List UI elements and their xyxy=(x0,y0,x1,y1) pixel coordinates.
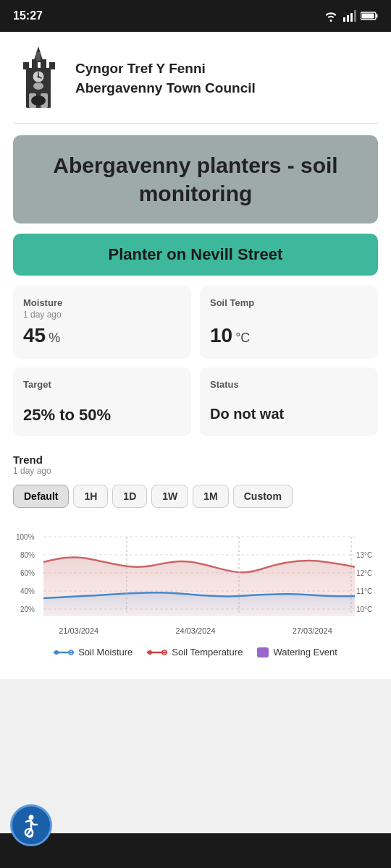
main-content: Cyngor Tref Y Fenni Abergavenny Town Cou… xyxy=(0,32,391,679)
target-sublabel xyxy=(23,391,181,401)
btn-1d[interactable]: 1D xyxy=(112,485,147,508)
legend-watering: Watering Event xyxy=(257,647,337,658)
tower-icon xyxy=(13,46,64,111)
btn-default[interactable]: Default xyxy=(13,485,69,508)
chart-container: 100% 80% 60% 40% 20% 13°C 12°C 11°C 10°C xyxy=(13,518,378,639)
chart-date-3: 27/03/2024 xyxy=(293,626,332,635)
legend-watering-icon xyxy=(257,647,269,658)
svg-text:40%: 40% xyxy=(20,587,35,595)
battery-icon xyxy=(361,11,378,21)
stats-grid: Moisture 1 day ago 45 % Soil Temp 10 °C … xyxy=(13,286,378,436)
accessibility-button[interactable] xyxy=(10,804,52,846)
moisture-card: Moisture 1 day ago 45 % xyxy=(13,286,191,359)
svg-rect-1 xyxy=(347,15,349,22)
status-card: Status Do not wat xyxy=(200,367,378,436)
legend-moisture: Soil Moisture xyxy=(54,647,133,658)
chart-date-1: 21/03/2024 xyxy=(59,626,98,635)
legend-temperature: Soil Temperature xyxy=(147,647,243,658)
soiltemp-sublabel xyxy=(210,310,368,320)
location-banner: Planter on Nevill Street xyxy=(13,234,378,276)
status-value: Do not wat xyxy=(210,406,284,422)
svg-point-45 xyxy=(29,815,34,820)
svg-text:13°C: 13°C xyxy=(356,551,372,559)
accessibility-icon xyxy=(19,813,43,838)
moisture-sublabel: 1 day ago xyxy=(23,310,181,320)
btn-1w[interactable]: 1W xyxy=(151,485,188,508)
legend-temperature-label: Soil Temperature xyxy=(172,647,243,658)
status-bar: 15:27 xyxy=(0,0,391,32)
svg-text:20%: 20% xyxy=(20,605,35,613)
svg-rect-10 xyxy=(31,95,46,106)
trend-label: Trend xyxy=(13,454,378,466)
svg-text:60%: 60% xyxy=(20,569,35,577)
trend-chart: 100% 80% 60% 40% 20% 13°C 12°C 11°C 10°C xyxy=(13,522,378,624)
bottom-bar xyxy=(0,833,391,868)
svg-text:12°C: 12°C xyxy=(356,569,372,577)
header-logo: Cyngor Tref Y Fenni Abergavenny Town Cou… xyxy=(13,32,378,124)
status-icons xyxy=(323,10,378,22)
svg-rect-2 xyxy=(350,13,353,22)
svg-rect-12 xyxy=(23,62,29,69)
svg-rect-3 xyxy=(354,10,356,22)
svg-rect-21 xyxy=(36,52,41,61)
chart-dates: 21/03/2024 24/03/2024 27/03/2024 xyxy=(13,624,378,635)
org-line2: Abergavenny Town Council xyxy=(75,80,256,95)
org-line1: Cyngor Tref Y Fenni xyxy=(75,61,206,76)
btn-1h[interactable]: 1H xyxy=(73,485,108,508)
svg-rect-11 xyxy=(33,82,43,90)
trend-section: Trend 1 day ago Default 1H 1D 1W 1M Cust… xyxy=(13,446,378,658)
legend-watering-label: Watering Event xyxy=(273,647,337,658)
svg-rect-15 xyxy=(49,62,55,69)
svg-rect-0 xyxy=(343,17,345,22)
moisture-label: Moisture xyxy=(23,297,181,308)
svg-rect-5 xyxy=(362,14,374,19)
target-value: 25% to 50% xyxy=(23,406,111,425)
page-title: Abergavenny planters - soil monitoring xyxy=(26,151,365,208)
btn-1m[interactable]: 1M xyxy=(193,485,228,508)
status-label: Status xyxy=(210,379,368,390)
svg-text:100%: 100% xyxy=(16,533,35,541)
btn-custom[interactable]: Custom xyxy=(233,485,293,508)
signal-icon xyxy=(343,10,356,22)
chart-legend: Soil Moisture Soil Temperature Watering … xyxy=(13,647,378,658)
trend-sublabel: 1 day ago xyxy=(13,466,378,476)
legend-temperature-icon xyxy=(147,648,167,657)
title-banner: Abergavenny planters - soil monitoring xyxy=(13,135,378,224)
legend-moisture-label: Soil Moisture xyxy=(78,647,133,658)
legend-moisture-icon xyxy=(54,648,74,657)
target-label: Target xyxy=(23,379,181,390)
wifi-icon xyxy=(323,10,339,22)
moisture-value: 45 xyxy=(23,324,46,347)
soiltemp-card: Soil Temp 10 °C xyxy=(200,286,378,359)
chart-date-2: 24/03/2024 xyxy=(175,626,215,635)
time-display: 15:27 xyxy=(13,9,43,22)
svg-rect-6 xyxy=(377,14,378,18)
svg-text:80%: 80% xyxy=(20,551,35,559)
svg-text:11°C: 11°C xyxy=(356,587,372,595)
svg-text:10°C: 10°C xyxy=(356,605,372,613)
time-buttons: Default 1H 1D 1W 1M Custom xyxy=(13,485,378,508)
status-sublabel xyxy=(210,391,368,401)
soiltemp-value: 10 xyxy=(210,324,232,347)
soiltemp-unit: °C xyxy=(235,331,250,346)
org-name-text: Cyngor Tref Y Fenni Abergavenny Town Cou… xyxy=(75,59,256,98)
soiltemp-label: Soil Temp xyxy=(210,297,368,308)
target-card: Target 25% to 50% xyxy=(13,367,191,436)
moisture-unit: % xyxy=(49,331,60,346)
location-label: Planter on Nevill Street xyxy=(109,245,283,263)
